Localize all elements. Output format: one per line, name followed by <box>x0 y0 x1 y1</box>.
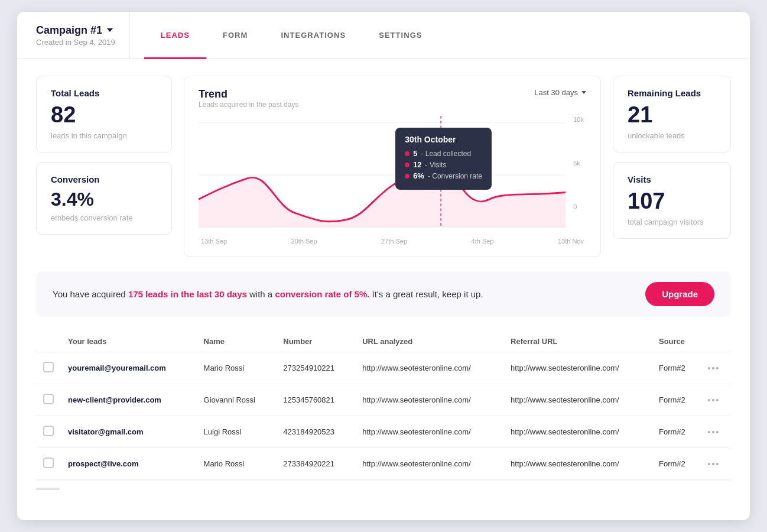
dots-menu-0[interactable] <box>708 367 724 369</box>
col-url-analyzed: URL analyzed <box>355 331 503 352</box>
col-checkbox <box>36 331 61 352</box>
tab-settings[interactable]: SETTINGS <box>362 12 438 59</box>
trend-header-left: Trend Leads acquired in the past days <box>199 88 298 109</box>
row-actions-2[interactable] <box>701 416 731 448</box>
dot3 <box>716 463 719 465</box>
remaining-leads-sub: unlockable leads <box>628 131 716 140</box>
row-name-1: Giovanni Rossi <box>197 384 277 416</box>
campaign-dropdown-icon[interactable] <box>107 28 113 32</box>
x-label-4: 13th Nov <box>558 238 584 245</box>
row-checkbox-cell[interactable] <box>36 448 61 480</box>
remaining-leads-value: 21 <box>628 103 716 128</box>
total-leads-card: Total Leads 82 leads in this campaign <box>36 76 172 153</box>
dot2 <box>712 463 714 465</box>
header: Campaign #1 Created in Sep 4, 2019 LEADS… <box>17 12 750 59</box>
tooltip-val-leads: 5 <box>413 149 417 158</box>
campaign-title: Campaign #1 <box>36 24 102 37</box>
row-url-3: http://www.seotesteronline.com/ <box>355 448 503 480</box>
total-leads-value: 82 <box>51 103 157 128</box>
row-actions-1[interactable] <box>701 384 731 416</box>
row-checkbox-cell[interactable] <box>36 352 61 384</box>
dot2 <box>712 399 714 401</box>
tooltip-txt-conversion: - Conversion rate <box>428 172 482 180</box>
y-label-5k: 5k <box>573 160 584 167</box>
row-actions-3[interactable] <box>701 448 731 480</box>
expand-handle[interactable] <box>36 488 60 490</box>
row-email-3: prospect@live.com <box>61 448 197 480</box>
dot1 <box>708 367 710 369</box>
row-source-3: Form#2 <box>652 448 701 480</box>
dots-menu-2[interactable] <box>708 431 724 433</box>
tooltip-date: 30th October <box>405 135 482 144</box>
col-actions <box>701 331 731 352</box>
row-source-1: Form#2 <box>652 384 701 416</box>
dot1 <box>708 463 710 465</box>
dot2 <box>712 431 714 433</box>
row-source-2: Form#2 <box>652 416 701 448</box>
x-label-3: 4th Sep <box>472 238 494 245</box>
trend-title: Trend <box>199 88 298 100</box>
dot3 <box>716 431 719 433</box>
tooltip-dot-visits <box>405 163 410 167</box>
campaign-title-area: Campaign #1 Created in Sep 4, 2019 <box>36 12 130 59</box>
banner-text: You have acquired 175 leads in the last … <box>53 289 483 299</box>
tab-integrations[interactable]: INTEGRATIONS <box>264 12 362 59</box>
table-row: new-client@provider.com Giovanni Rossi 1… <box>36 384 731 416</box>
right-stats: Remaining Leads 21 unlockable leads Visi… <box>613 76 731 257</box>
tooltip-val-visits: 12 <box>413 160 421 169</box>
trend-subtitle: Leads acquired in the past days <box>199 100 298 109</box>
dots-menu-3[interactable] <box>708 463 724 465</box>
table-row: prospect@live.com Mario Rossi 2733849202… <box>36 448 731 480</box>
campaign-title-row: Campaign #1 <box>36 24 115 37</box>
trend-filter[interactable]: Last 30 days <box>534 88 586 97</box>
dot1 <box>708 431 710 433</box>
row-checkbox-3[interactable] <box>43 458 54 468</box>
remaining-leads-card: Remaining Leads 21 unlockable leads <box>613 76 731 153</box>
x-label-2: 27th Sep <box>381 238 407 245</box>
row-actions-0[interactable] <box>701 352 731 384</box>
row-referral-1: http://www.seotesteronline.com/ <box>503 384 652 416</box>
row-name-3: Mario Rossi <box>197 448 277 480</box>
row-checkbox-2[interactable] <box>43 426 54 436</box>
tab-leads[interactable]: LEADS <box>144 12 206 59</box>
row-checkbox-0[interactable] <box>43 362 54 372</box>
y-label-0: 0 <box>573 203 584 210</box>
upgrade-button[interactable]: Upgrade <box>645 282 714 306</box>
row-checkbox-cell[interactable] <box>36 416 61 448</box>
trend-filter-label: Last 30 days <box>534 88 578 97</box>
chart-x-labels: 13th Sep 20th Sep 27th Sep 4th Sep 13th … <box>199 238 586 245</box>
main-content: Total Leads 82 leads in this campaign Co… <box>17 59 750 514</box>
row-url-2: http://www.seotesteronline.com/ <box>355 416 503 448</box>
app-container: Campaign #1 Created in Sep 4, 2019 LEADS… <box>17 12 750 520</box>
tooltip-row-visits: 12 - Visits <box>405 160 482 169</box>
tab-form[interactable]: FORM <box>206 12 264 59</box>
conversion-label: Conversion <box>51 174 157 184</box>
col-referral-url: Referral URL <box>503 331 652 352</box>
row-url-1: http://www.seotesteronline.com/ <box>355 384 503 416</box>
chart-container: 10k 5k 0 <box>199 116 586 234</box>
row-name-2: Luigi Rossi <box>197 416 277 448</box>
banner: You have acquired 175 leads in the last … <box>36 271 731 317</box>
chart-svg <box>199 116 586 234</box>
x-label-0: 13th Sep <box>201 238 227 245</box>
stats-row: Total Leads 82 leads in this campaign Co… <box>36 76 731 257</box>
row-referral-3: http://www.seotesteronline.com/ <box>503 448 652 480</box>
dot1 <box>708 399 710 401</box>
total-leads-label: Total Leads <box>51 88 157 98</box>
visits-card: Visits 107 total campaign visitors <box>613 162 731 239</box>
row-checkbox-cell[interactable] <box>36 384 61 416</box>
dot3 <box>716 399 719 401</box>
conversion-card: Conversion 3.4% embeds conversion rate <box>36 162 172 235</box>
row-referral-0: http://www.seotesteronline.com/ <box>503 352 652 384</box>
row-checkbox-1[interactable] <box>43 394 54 404</box>
col-name: Name <box>197 331 277 352</box>
x-label-1: 20th Sep <box>291 238 317 245</box>
dots-menu-1[interactable] <box>708 399 724 401</box>
banner-highlight2: conversion rate of 5%. <box>275 289 369 299</box>
tooltip-row-leads: 5 - Lead collected <box>405 149 482 158</box>
total-leads-sub: leads in this campaign <box>51 131 157 140</box>
table-footer <box>36 480 731 497</box>
tooltip-txt-visits: - Visits <box>425 161 447 169</box>
col-source: Source <box>652 331 701 352</box>
conversion-value: 3.4% <box>51 189 157 210</box>
